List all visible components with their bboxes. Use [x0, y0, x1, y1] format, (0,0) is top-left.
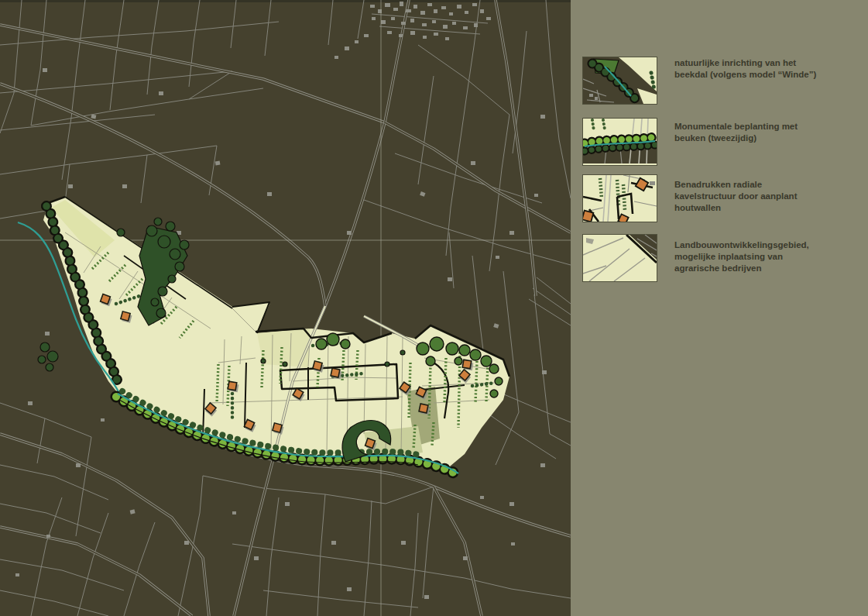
legend-label-radial-parcel-structure: Benadrukken radiale kavelstructuur door … [674, 179, 822, 214]
legend-sidebar: natuurlijke inrichting van het beekdal (… [571, 0, 868, 616]
plan-document: natuurlijke inrichting van het beekdal (… [0, 0, 868, 616]
legend-label-agriculture-development: Landbouwontwikkelingsgebied, mogelijke i… [674, 239, 822, 274]
beekdal-thumbnail [582, 57, 657, 105]
monumental-planting-thumbnail [582, 118, 657, 166]
landscape-plan-map [0, 0, 571, 616]
legend-label-monumental-planting: Monumentale beplanting met beuken (tweez… [674, 121, 822, 144]
agriculture-development-thumbnail [582, 234, 657, 282]
radial-parcel-structure-thumbnail [582, 174, 657, 222]
legend-label-beekdal: natuurlijke inrichting van het beekdal (… [674, 57, 822, 81]
